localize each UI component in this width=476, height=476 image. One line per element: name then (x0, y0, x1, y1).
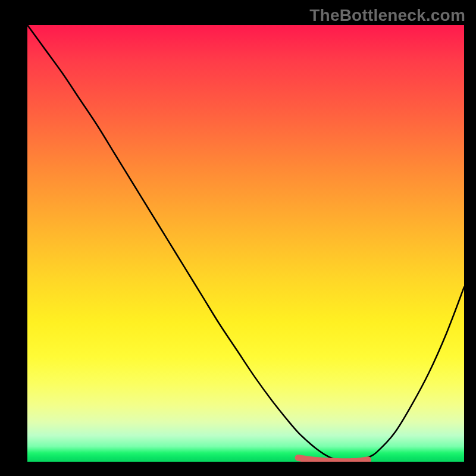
attribution-label: TheBottleneck.com (309, 6, 465, 25)
chart-frame: TheBottleneck.com (0, 0, 476, 476)
chart-plot-area (27, 25, 464, 462)
chart-svg (27, 25, 464, 462)
bottleneck-curve (27, 25, 464, 462)
optimal-range-marker (298, 458, 368, 461)
